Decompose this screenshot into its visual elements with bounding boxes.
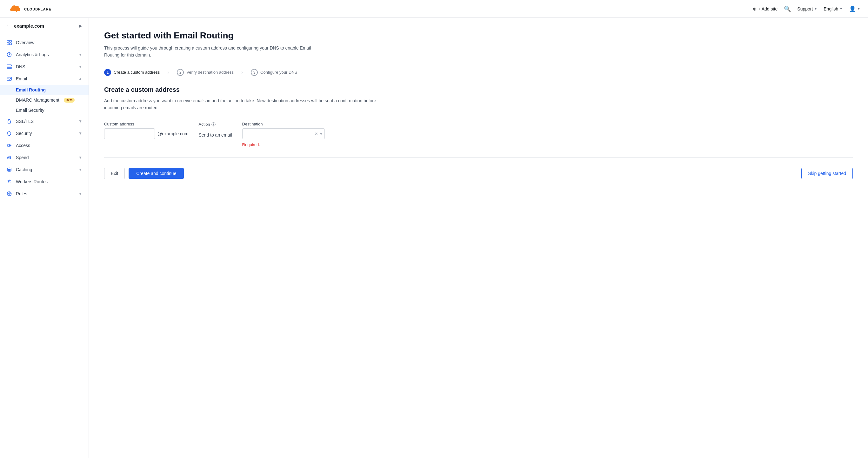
footer-buttons: Exit Create and continue Skip getting st…	[104, 168, 853, 179]
search-icon: 🔍	[784, 5, 791, 12]
analytics-icon	[6, 52, 12, 58]
svg-rect-2	[9, 40, 11, 42]
security-icon	[6, 130, 12, 136]
page-title: Get started with Email Routing	[104, 30, 853, 41]
email-routing-label: Email Routing	[16, 87, 46, 92]
step-2-circle: 2	[177, 69, 184, 76]
support-caret-icon: ▼	[814, 7, 817, 10]
svg-rect-6	[7, 65, 11, 66]
form-row: Custom address @example.com Action ⓘ Sen…	[104, 122, 853, 147]
action-value: Send to an email	[198, 129, 232, 138]
sidebar-item-workers[interactable]: Workers Routes	[0, 176, 89, 188]
destination-input[interactable]	[242, 128, 325, 139]
step-3-circle: 3	[251, 69, 258, 76]
skip-button[interactable]: Skip getting started	[801, 168, 853, 179]
svg-rect-11	[8, 121, 10, 123]
user-menu[interactable]: 👤 ▼	[849, 5, 860, 12]
email-icon	[6, 76, 12, 82]
ssl-expand-icon: ▼	[79, 119, 82, 124]
svg-rect-10	[7, 77, 11, 80]
search-button[interactable]: 🔍	[784, 5, 791, 12]
step-1-label: Create a custom address	[114, 70, 160, 74]
topnav: CLOUDFLARE ⊕ + Add site 🔍 Support ▼ Engl…	[0, 0, 868, 18]
sidebar-item-security[interactable]: Security ▼	[0, 127, 89, 140]
sidebar-item-rules-label: Rules	[16, 191, 74, 196]
sidebar-item-email-label: Email	[16, 76, 74, 81]
destination-dropdown-icon[interactable]: ▾	[320, 131, 322, 136]
svg-point-13	[7, 168, 11, 170]
exit-button[interactable]: Exit	[104, 168, 125, 179]
required-text: Required.	[242, 142, 325, 147]
beta-badge: Beta	[64, 98, 74, 102]
sidebar-item-workers-label: Workers Routes	[16, 179, 82, 184]
support-dropdown[interactable]: Support ▼	[797, 6, 817, 11]
custom-address-label: Custom address	[104, 122, 188, 126]
sidebar-item-caching-label: Caching	[16, 167, 74, 172]
sidebar-header[interactable]: ← example.com ▶	[0, 18, 89, 34]
step-separator-1: ›	[167, 69, 169, 75]
sidebar-item-dns[interactable]: DNS ▼	[0, 61, 89, 73]
destination-label: Destination	[242, 122, 325, 126]
step-3-label: Configure your DNS	[260, 70, 297, 74]
add-site-label: + Add site	[758, 6, 777, 11]
action-group: Action ⓘ Send to an email	[198, 122, 232, 138]
back-icon: ←	[6, 23, 11, 29]
language-dropdown[interactable]: English ▼	[824, 6, 843, 11]
sidebar-item-security-label: Security	[16, 131, 74, 136]
section-desc: Add the custom address you want to recei…	[104, 97, 390, 112]
email-expand-icon: ▲	[79, 77, 82, 81]
sidebar-item-caching[interactable]: Caching ▼	[0, 163, 89, 176]
sidebar-item-ssl[interactable]: SSL/TLS ▼	[0, 115, 89, 127]
analytics-expand-icon: ▼	[79, 53, 82, 57]
sidebar-item-speed[interactable]: Speed ▼	[0, 152, 89, 163]
svg-rect-1	[7, 40, 9, 42]
access-icon	[6, 143, 12, 148]
sidebar-item-rules[interactable]: Rules ▼	[0, 188, 89, 200]
step-2-label: Verify destination address	[186, 70, 234, 74]
action-label: Action ⓘ	[198, 122, 232, 127]
svg-text:CLOUDFLARE: CLOUDFLARE	[24, 7, 52, 11]
action-info-icon: ⓘ	[212, 122, 216, 127]
custom-address-input[interactable]	[104, 128, 155, 139]
svg-rect-4	[9, 43, 11, 45]
destination-icons: ✕ ▾	[315, 131, 322, 136]
destination-clear-icon[interactable]: ✕	[315, 131, 318, 136]
sidebar-item-email[interactable]: Email ▲	[0, 73, 89, 85]
custom-address-input-wrapper: @example.com	[104, 128, 188, 139]
destination-input-wrapper: ✕ ▾	[242, 128, 325, 139]
sidebar-item-overview[interactable]: Overview	[0, 36, 89, 49]
domain-label: example.com	[14, 23, 44, 29]
svg-point-15	[8, 193, 10, 194]
language-caret-icon: ▼	[839, 7, 843, 10]
svg-rect-7	[7, 67, 11, 69]
user-caret-icon: ▼	[857, 7, 860, 10]
sidebar-item-dmarc[interactable]: DMARC Management Beta	[0, 95, 89, 105]
step-separator-2: ›	[241, 69, 243, 75]
sidebar-item-ssl-label: SSL/TLS	[16, 119, 74, 124]
security-expand-icon: ▼	[79, 131, 82, 135]
rules-expand-icon: ▼	[79, 191, 82, 196]
sidebar-item-email-routing[interactable]: Email Routing	[0, 85, 89, 95]
add-icon: ⊕	[753, 6, 756, 11]
sidebar-item-analytics[interactable]: Analytics & Logs ▼	[0, 49, 89, 61]
steps-row: 1 Create a custom address › 2 Verify des…	[104, 69, 853, 76]
skip-button-wrapper: Skip getting started	[801, 168, 853, 179]
logo[interactable]: CLOUDFLARE	[8, 4, 56, 13]
dns-expand-icon: ▼	[79, 64, 82, 69]
step-1: 1 Create a custom address	[104, 69, 160, 76]
add-site-button[interactable]: ⊕ + Add site	[753, 6, 777, 11]
sidebar-item-email-security[interactable]: Email Security	[0, 105, 89, 115]
step-3: 3 Configure your DNS	[251, 69, 297, 76]
section-title: Create a custom address	[104, 86, 853, 93]
overview-icon	[6, 40, 12, 45]
sidebar-item-access[interactable]: Access	[0, 140, 89, 152]
create-continue-button[interactable]: Create and continue	[129, 168, 184, 179]
ssl-icon	[6, 119, 12, 124]
caching-icon	[6, 167, 12, 173]
domain-suffix: @example.com	[157, 131, 188, 136]
custom-address-group: Custom address @example.com	[104, 122, 188, 139]
dns-icon	[6, 64, 12, 69]
step-1-circle: 1	[104, 69, 111, 76]
main-content: Get started with Email Routing This proc…	[89, 18, 868, 458]
caching-expand-icon: ▼	[79, 167, 82, 172]
